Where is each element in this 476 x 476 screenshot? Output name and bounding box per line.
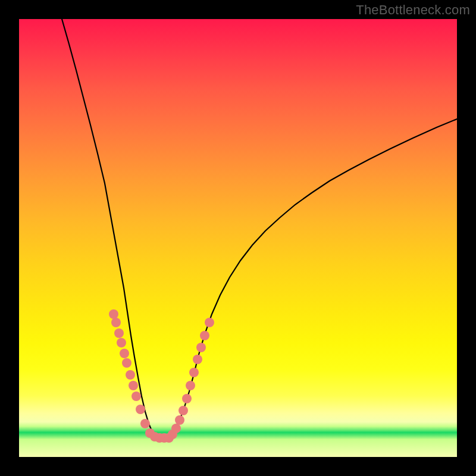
data-dot [114, 328, 124, 338]
right-curve [167, 119, 457, 438]
data-dot [193, 355, 202, 364]
data-dot [122, 358, 131, 368]
data-dot [200, 331, 209, 340]
left-curve [62, 19, 162, 438]
data-dot [129, 381, 138, 390]
data-dot [196, 343, 206, 352]
data-dot [182, 394, 192, 403]
dots-left-group [109, 309, 169, 443]
curve-layer [19, 19, 457, 457]
data-dot [131, 392, 141, 401]
data-dot [120, 349, 129, 358]
data-dot [140, 419, 150, 428]
data-dot [178, 406, 188, 415]
data-dot [186, 381, 195, 390]
data-dot [117, 338, 126, 347]
watermark-text: TheBottleneck.com [356, 2, 470, 18]
data-dot [205, 318, 214, 327]
data-dot [136, 405, 145, 414]
data-dot [175, 415, 184, 425]
data-dot [111, 318, 121, 327]
chart-frame: TheBottleneck.com [0, 0, 476, 476]
data-dot [126, 370, 135, 380]
data-dot [109, 309, 118, 319]
data-dot [189, 368, 199, 377]
dots-right-group [164, 318, 214, 443]
plot-area [19, 19, 457, 457]
data-dot [171, 424, 181, 433]
